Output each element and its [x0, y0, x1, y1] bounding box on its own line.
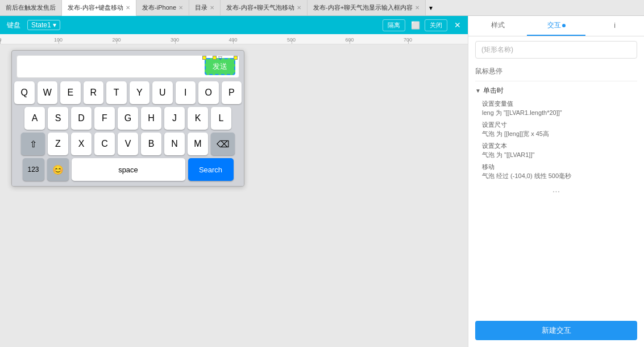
tab-interact[interactable]: 交互	[527, 16, 585, 36]
tab-4[interactable]: 发布-内容+聊天气泡移动 ✕	[221, 0, 308, 15]
canvas-area: 键盘 State1 ▾ 隔离 ⬜ 关闭 ✕ 010020030040050060…	[0, 16, 468, 347]
key-y[interactable]: Y	[130, 81, 150, 104]
key-u[interactable]: U	[152, 81, 173, 104]
tab-5[interactable]: 发布-内容+聊天气泡显示输入框内容 ✕	[308, 0, 426, 15]
isolate-icon: ⬜	[411, 21, 420, 30]
corner-indicator: ▽	[218, 55, 222, 61]
divider-1	[475, 81, 637, 81]
tab-style-label: 样式	[491, 20, 505, 30]
close-icon[interactable]: ✕	[454, 20, 461, 30]
tab-extra[interactable]: i	[585, 16, 644, 36]
key-row-3: ⇧ Z X C V B N M ⌫	[14, 133, 242, 155]
key-n[interactable]: N	[164, 133, 185, 155]
phone-frame: ▽ 发送 Q W E R T	[11, 50, 244, 187]
key-space[interactable]: space	[72, 158, 185, 181]
send-label: 发送	[213, 62, 227, 71]
key-g[interactable]: G	[118, 107, 138, 130]
item-1-title: 设置尺寸	[482, 121, 637, 129]
ruler: 0100200300400500600700	[0, 34, 468, 44]
key-i[interactable]: I	[176, 81, 196, 104]
interaction-item-2: 设置文本 气泡 为 "[[LVAR1]]"	[475, 140, 637, 161]
send-button-container: ▽ 发送	[205, 58, 235, 75]
key-search[interactable]: Search	[188, 158, 234, 181]
tab-3-close[interactable]: ✕	[210, 5, 214, 11]
tab-4-close[interactable]: ✕	[297, 5, 301, 11]
keyboard-area: Q W E R T Y U I O P A S	[12, 78, 244, 186]
tab-2[interactable]: 发布-iPhone ✕	[136, 0, 189, 15]
key-x[interactable]: X	[71, 133, 92, 155]
isolate-button[interactable]: 隔离	[383, 19, 405, 31]
tab-5-label: 发布-内容+聊天气泡显示输入框内容	[313, 3, 413, 12]
tab-0-label: 前后在触发发焦后	[6, 3, 56, 12]
more-indicator: ...	[475, 182, 637, 197]
key-m[interactable]: M	[188, 133, 208, 155]
close-button[interactable]: 关闭	[425, 19, 447, 31]
key-w[interactable]: W	[38, 81, 58, 104]
key-space-label: space	[118, 166, 138, 174]
item-0-value: leng 为 "[[LVAR1.length*20]]"	[482, 109, 637, 117]
new-interaction-button[interactable]: 新建交互	[475, 321, 637, 340]
canvas-toolbar: 键盘 State1 ▾ 隔离 ⬜ 关闭 ✕	[0, 16, 468, 34]
tab-style[interactable]: 样式	[468, 16, 527, 36]
handle-tr[interactable]	[234, 56, 238, 60]
tab-1[interactable]: 发布-内容+键盘移动 ✕	[62, 0, 136, 16]
handle-tm[interactable]	[213, 56, 217, 60]
key-search-label: Search	[199, 166, 222, 174]
tab-1-label: 发布-内容+键盘移动	[68, 3, 123, 12]
key-123[interactable]: 123	[23, 158, 44, 181]
item-1-value: 气泡 为 [[leng]]宽 x 45高	[482, 130, 637, 138]
mouse-hover-label: 鼠标悬停	[475, 63, 637, 79]
tab-more[interactable]: ▾	[426, 0, 436, 15]
main-area: 键盘 State1 ▾ 隔离 ⬜ 关闭 ✕ 010020030040050060…	[0, 16, 644, 347]
tab-1-close[interactable]: ✕	[126, 5, 130, 11]
toolbar-title: 键盘	[7, 20, 20, 30]
tab-4-label: 发布-内容+聊天气泡移动	[226, 3, 294, 12]
key-a[interactable]: A	[24, 107, 45, 130]
key-t[interactable]: T	[106, 81, 127, 104]
interact-dot	[562, 24, 566, 27]
key-e[interactable]: E	[60, 81, 81, 104]
key-123-label: 123	[27, 166, 39, 174]
panel-tabs: 样式 交互 i	[468, 16, 644, 36]
tab-2-close[interactable]: ✕	[178, 5, 183, 11]
item-3-value: 气泡 经过 (-104,0) 线性 500毫秒	[482, 172, 637, 180]
key-v[interactable]: V	[118, 133, 138, 155]
key-delete[interactable]: ⌫	[211, 133, 235, 155]
tab-bar: 前后在触发发焦后 发布-内容+键盘移动 ✕ 发布-iPhone ✕ 目录 ✕ 发…	[0, 0, 644, 16]
key-row-2: A S D F G H J K L	[14, 107, 242, 130]
item-2-title: 设置文本	[482, 142, 637, 150]
key-j[interactable]: J	[164, 107, 185, 130]
key-l[interactable]: L	[211, 107, 231, 130]
key-c[interactable]: C	[94, 133, 115, 155]
handle-tl[interactable]	[202, 56, 206, 60]
trigger-arrow: ▼	[475, 88, 481, 94]
phone-input[interactable]	[20, 59, 205, 74]
panel-name-placeholder[interactable]: (矩形名称)	[475, 41, 637, 59]
key-shift[interactable]: ⇧	[21, 133, 45, 155]
key-r[interactable]: R	[84, 81, 104, 104]
key-q[interactable]: Q	[14, 81, 35, 104]
tab-2-label: 发布-iPhone	[142, 3, 176, 12]
key-s[interactable]: S	[48, 107, 68, 130]
key-o[interactable]: O	[198, 81, 219, 104]
tab-extra-label: i	[614, 22, 616, 30]
tab-5-close[interactable]: ✕	[415, 5, 419, 11]
key-d[interactable]: D	[71, 107, 92, 130]
tab-3-label: 目录	[195, 3, 207, 12]
key-f[interactable]: F	[94, 107, 115, 130]
key-p[interactable]: P	[222, 81, 242, 104]
item-0-title: 设置变量值	[482, 100, 637, 108]
canvas-content[interactable]: ▽ 发送 Q W E R T	[0, 44, 468, 347]
key-b[interactable]: B	[141, 133, 161, 155]
interaction-item-3: 移动 气泡 经过 (-104,0) 线性 500毫秒	[475, 161, 637, 182]
interaction-item-1: 设置尺寸 气泡 为 [[leng]]宽 x 45高	[475, 119, 637, 140]
tab-3[interactable]: 目录 ✕	[189, 0, 221, 15]
toolbar-state[interactable]: State1 ▾	[27, 20, 60, 30]
tab-0[interactable]: 前后在触发发焦后	[0, 0, 62, 15]
click-trigger[interactable]: ▼ 单击时	[475, 84, 637, 98]
key-k[interactable]: K	[188, 107, 208, 130]
key-emoji[interactable]: 😊	[47, 158, 69, 181]
key-z[interactable]: Z	[48, 133, 68, 155]
key-h[interactable]: H	[141, 107, 161, 130]
interaction-item-0: 设置变量值 leng 为 "[[LVAR1.length*20]]"	[475, 98, 637, 119]
